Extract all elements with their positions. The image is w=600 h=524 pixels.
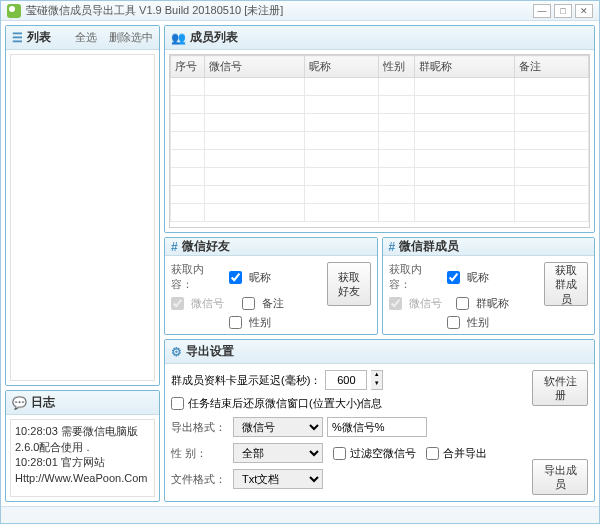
titlebar: 莹碰微信成员导出工具 V1.9 Build 20180510 [未注册] — □… (1, 1, 599, 21)
file-select[interactable]: Txt文档 (233, 469, 323, 489)
hash-icon: # (171, 240, 178, 254)
table-row (171, 96, 589, 114)
log-body: 10:28:03 需要微信电脑版2.6.0配合使用 . 10:28:01 官方网… (10, 419, 155, 497)
chk-nick[interactable] (229, 271, 242, 284)
hash-icon: # (389, 240, 396, 254)
group-opts: 获取内容： 昵称 微信号 群昵称 性别 (389, 262, 539, 334)
minimize-button[interactable]: — (533, 4, 551, 18)
close-button[interactable]: ✕ (575, 4, 593, 18)
restore-label: 任务结束后还原微信窗口(位置大小)信息 (188, 396, 382, 411)
chk-wxid (389, 297, 402, 310)
gender-select[interactable]: 全部 (233, 443, 323, 463)
delay-spinner[interactable]: ▲▼ (371, 370, 383, 390)
maximize-button[interactable]: □ (554, 4, 572, 18)
file-label: 文件格式： (171, 472, 229, 487)
fetch-row: # 微信好友 获取内容： 昵称 微信号 备注 (164, 237, 595, 335)
members-table-wrap[interactable]: 序号 微信号 昵称 性别 群昵称 备注 (169, 54, 590, 228)
friends-opts: 获取内容： 昵称 微信号 备注 性别 (171, 262, 321, 334)
window-title: 莹碰微信成员导出工具 V1.9 Build 20180510 [未注册] (26, 3, 283, 18)
list-panel: ☰ 列表 全选 删除选中 (5, 25, 160, 386)
col-remark[interactable]: 备注 (515, 56, 589, 78)
gender-label: 性 别： (171, 446, 229, 461)
friends-panel: # 微信好友 获取内容： 昵称 微信号 备注 (164, 237, 378, 335)
export-header: ⚙ 导出设置 (165, 340, 594, 364)
group-title: 微信群成员 (399, 238, 459, 255)
log-header: 💬 日志 (6, 391, 159, 415)
group-header: # 微信群成员 (383, 238, 595, 256)
table-row (171, 168, 589, 186)
table-row (171, 204, 589, 222)
chk-merge[interactable] (426, 447, 439, 460)
friends-header: # 微信好友 (165, 238, 377, 256)
format-label: 导出格式： (171, 420, 229, 435)
fetch-label: 获取内容： (389, 262, 443, 292)
format-template[interactable] (327, 417, 427, 437)
col-wxid[interactable]: 微信号 (205, 56, 305, 78)
chk-gender[interactable] (229, 316, 242, 329)
filter-empty-label: 过滤空微信号 (350, 446, 416, 461)
fetch-group-button[interactable]: 获取 群成员 (544, 262, 588, 306)
delay-label: 群成员资料卡显示延迟(毫秒)： (171, 373, 321, 388)
export-right: 软件注册 导出成员 (532, 370, 588, 495)
wechat-icon (7, 4, 21, 18)
chk-restore-window[interactable] (171, 397, 184, 410)
select-all-link[interactable]: 全选 (75, 30, 97, 45)
col-gnick[interactable]: 群昵称 (414, 56, 514, 78)
chk-wxid (171, 297, 184, 310)
log-panel: 💬 日志 10:28:03 需要微信电脑版2.6.0配合使用 . 10:28:0… (5, 390, 160, 502)
table-row (171, 114, 589, 132)
members-title: 成员列表 (190, 29, 238, 46)
friends-title: 微信好友 (182, 238, 230, 255)
table-row (171, 78, 589, 96)
members-panel: 👥 成员列表 序号 微信号 昵称 性别 群昵称 备注 (164, 25, 595, 233)
list-header: ☰ 列表 全选 删除选中 (6, 26, 159, 50)
delete-selected-link[interactable]: 删除选中 (109, 30, 153, 45)
chk-nick[interactable] (447, 271, 460, 284)
list-body[interactable] (10, 54, 155, 381)
fetch-label: 获取内容： (171, 262, 225, 292)
register-button[interactable]: 软件注册 (532, 370, 588, 406)
log-line: 10:28:01 官方网站 (15, 455, 150, 470)
col-nick[interactable]: 昵称 (305, 56, 379, 78)
list-title: 列表 (27, 29, 51, 46)
group-body: 获取内容： 昵称 微信号 群昵称 性别 (383, 256, 595, 340)
table-row (171, 150, 589, 168)
export-title: 导出设置 (186, 343, 234, 360)
col-index[interactable]: 序号 (171, 56, 205, 78)
export-body: 群成员资料卡显示延迟(毫秒)： ▲▼ 任务结束后还原微信窗口(位置大小)信息 导… (165, 364, 594, 501)
left-column: ☰ 列表 全选 删除选中 💬 日志 10:28:03 需要微信电脑版2.6.0配… (5, 25, 160, 502)
group-panel: # 微信群成员 获取内容： 昵称 微信号 群昵称 (382, 237, 596, 335)
format-select[interactable]: 微信号 (233, 417, 323, 437)
friends-body: 获取内容： 昵称 微信号 备注 性别 (165, 256, 377, 340)
log-line: Http://Www.WeaPoon.Com (15, 471, 150, 486)
app-window: 莹碰微信成员导出工具 V1.9 Build 20180510 [未注册] — □… (0, 0, 600, 524)
chk-filter-empty[interactable] (333, 447, 346, 460)
log-line: 10:28:03 需要微信电脑版2.6.0配合使用 . (15, 424, 150, 455)
delay-input[interactable] (325, 370, 367, 390)
export-left: 群成员资料卡显示延迟(毫秒)： ▲▼ 任务结束后还原微信窗口(位置大小)信息 导… (171, 370, 526, 495)
list-icon: ☰ (12, 31, 23, 45)
log-title: 日志 (31, 394, 55, 411)
members-table: 序号 微信号 昵称 性别 群昵称 备注 (170, 55, 589, 222)
chk-remark[interactable] (242, 297, 255, 310)
members-icon: 👥 (171, 31, 186, 45)
chk-gnick[interactable] (456, 297, 469, 310)
gear-icon: ⚙ (171, 345, 182, 359)
content: ☰ 列表 全选 删除选中 💬 日志 10:28:03 需要微信电脑版2.6.0配… (1, 21, 599, 506)
chat-icon: 💬 (12, 396, 27, 410)
table-row (171, 186, 589, 204)
merge-label: 合并导出 (443, 446, 487, 461)
col-gender[interactable]: 性别 (378, 56, 414, 78)
statusbar (1, 506, 599, 523)
chk-gender[interactable] (447, 316, 460, 329)
members-header: 👥 成员列表 (165, 26, 594, 50)
export-button[interactable]: 导出成员 (532, 459, 588, 495)
right-column: 👥 成员列表 序号 微信号 昵称 性别 群昵称 备注 (164, 25, 595, 502)
table-row (171, 132, 589, 150)
export-panel: ⚙ 导出设置 群成员资料卡显示延迟(毫秒)： ▲▼ 任务结束后还原微信窗口(位置… (164, 339, 595, 502)
fetch-friends-button[interactable]: 获取 好友 (327, 262, 371, 306)
